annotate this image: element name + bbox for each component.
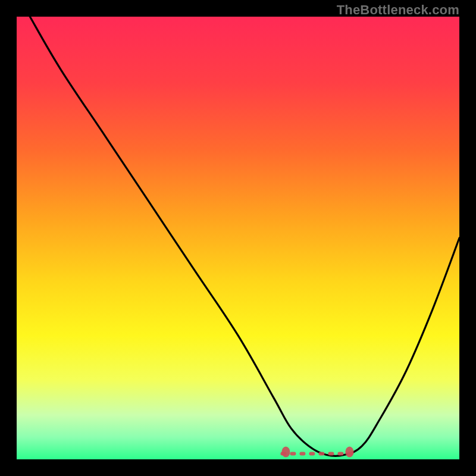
- plot-area: [17, 17, 459, 459]
- chart-frame: TheBottleneck.com: [0, 0, 476, 476]
- watermark-text: TheBottleneck.com: [337, 2, 459, 18]
- chart-svg: [17, 17, 459, 459]
- svg-point-1: [281, 447, 290, 458]
- gradient-background: [17, 17, 459, 459]
- svg-point-2: [345, 447, 353, 458]
